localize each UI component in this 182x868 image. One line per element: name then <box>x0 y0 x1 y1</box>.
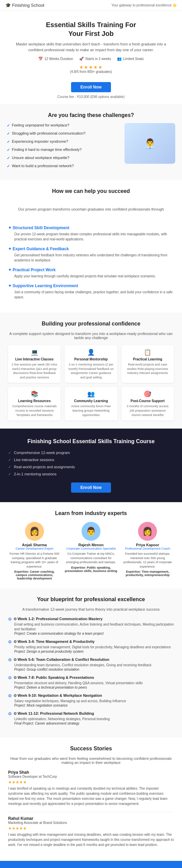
hero-badge-seats: 👥Limited Seats <box>117 57 144 61</box>
expert-expertise-priya: Expertise: Time management, productivity… <box>121 570 174 577</box>
conf-card-resources-title: Learning Resources <box>12 399 57 403</box>
blueprint-subtitle: A transformative 12-week journey that tu… <box>8 607 174 611</box>
blueprint-section: Your blueprint for professional excellen… <box>0 588 182 737</box>
experts-section: Learn from industry experts 👩 Anjali Sha… <box>0 502 182 588</box>
dark-cta-section: Finishing School Essential Skills Traini… <box>0 429 182 502</box>
blueprint-week-11-12: ⊙⊙ Week 11-12: Professional Network Buil… <box>8 711 174 725</box>
blueprint-week-desc-5: Salary negotiation techniques, Managing … <box>8 699 174 704</box>
expert-avatar-priya: 👩 <box>138 522 157 541</box>
challenges-image: 👨‍💼 <box>124 123 175 164</box>
conf-card-live-desc: 2 live sessions per week (90 mins each) … <box>12 362 57 379</box>
help-item-desc-1: Our proven 12-week program breaks down c… <box>8 232 174 242</box>
expert-expertise-anjali: Expertise: Career coaching, campus commu… <box>8 570 61 580</box>
hero-badge-start: 🚀Starts in 2 weeks <box>79 57 111 61</box>
blueprint-week-label-3: ⊙⊙ Week 5-6: Team Collaboration & Confli… <box>8 657 174 662</box>
conf-card-practical-desc: Real-world projects and case studies Rol… <box>125 362 170 375</box>
conf-card-live-title: Live Interactive Classes <box>12 357 57 361</box>
expert-role-priya: Professional Development Coach <box>121 547 174 550</box>
blueprint-week-desc-4: Presentation structure and delivery, Han… <box>8 681 174 686</box>
dark-enroll-button[interactable]: Enroll Now <box>71 482 111 493</box>
blueprint-week-5-6: ⊙⊙ Week 5-6: Team Collaboration & Confli… <box>8 657 174 671</box>
blueprint-week-3-4: ⊙⊙ Week 3-4: Time Management & Productiv… <box>8 639 174 653</box>
story-text-rahul: I was struggling with time management an… <box>8 832 174 847</box>
how-help-title: How we can help you succeed <box>8 188 174 194</box>
conf-card-resources: 📚 Learning Resources Comprehensive cours… <box>8 387 61 420</box>
help-item-desc-2: Get personalised feedback from industry … <box>8 253 174 263</box>
help-item-desc-4: Join a community of peers facing similar… <box>8 290 174 300</box>
community-icon: 👥 <box>68 390 114 398</box>
conf-card-mentorship-title: Personal Mentorship <box>68 357 114 361</box>
dark-feature-4: ✓2-in-1 mentoring sessions <box>8 472 174 476</box>
blueprint-week-label-1: ⊙⊙ Week 1-2: Professional Communication … <box>8 617 174 622</box>
expert-expertise-rajesh: Expertise: Public speaking, presentation… <box>65 566 117 573</box>
challenges-section: Are you facing these challenges? ✓Feelin… <box>0 104 182 180</box>
hero-fee: Course fee - ₹10,000 (EMI options availa… <box>14 95 168 99</box>
conf-card-community-title: Community Learning <box>68 399 114 403</box>
story-card-rahul: Rahul Kumar Marketing Associate at Brand… <box>8 816 174 847</box>
expert-avatar-rajesh: 👨 <box>82 522 100 541</box>
how-help-section: How we can help you succeed Our proven p… <box>0 180 182 313</box>
week-icon-4: ⊙ <box>8 675 12 680</box>
dark-check-4: ✓ <box>8 472 11 476</box>
mentorship-icon: 👤 <box>68 349 114 356</box>
story-name-priya: Priya Shah <box>8 770 174 775</box>
blueprint-week-desc-2: Priority setting and task management, Di… <box>8 645 174 650</box>
conf-card-community: 👥 Community Learning Active community fo… <box>65 387 117 420</box>
dark-feature-3: ✓Real-world projects and assignments <box>8 465 174 469</box>
help-item-desc-3: Apply your learning through carefully de… <box>8 274 174 279</box>
challenges-inner: ✓Feeling unprepared for workplace? ✓Stru… <box>7 123 175 172</box>
confidence-grid-row2: 📚 Learning Resources Comprehensive cours… <box>8 387 174 420</box>
challenge-item-2: ✓Struggling with professional communicat… <box>7 131 120 136</box>
blueprint-week-7-8: ⊙⊙ Week 7-8: Public Speaking & Presentat… <box>8 675 174 689</box>
blueprint-week-9-10: ⊙⊙ Week 9-10: Negotiation & Workplace Na… <box>8 693 174 707</box>
hero-badges: 📅12 Weeks Duration 🚀Starts in 2 weeks 👥L… <box>14 57 168 61</box>
hero-badge-duration: 📅12 Weeks Duration <box>38 57 73 61</box>
blueprint-week-label-6: ⊙⊙ Week 11-12: Professional Network Buil… <box>8 711 174 716</box>
challenge-item-1: ✓Feeling unprepared for workplace? <box>7 123 120 128</box>
challenges-title: Are you facing these challenges? <box>7 112 175 118</box>
hero-rating: (4.8/5 from 800+ graduates) <box>14 70 168 74</box>
expert-role-rajesh: Corporate Communication Specialist <box>65 547 117 550</box>
cta-section: Ready to transform your career? Duration… <box>0 861 182 868</box>
experts-grid: 👩 Anjali Sharma Career Development Exper… <box>8 522 174 580</box>
conf-card-postcourse: 🎯 Post-Course Support 3 months of commun… <box>121 387 174 420</box>
blueprint-week-desc-6: LinkedIn optimisation, Networking strate… <box>8 717 174 722</box>
blueprint-week-desc-3: Understanding team dynamics, Conflict re… <box>8 663 174 668</box>
story-stars-rahul: ★★★★★ <box>8 826 174 831</box>
conf-card-postcourse-desc: 3 months of community access Job prepara… <box>125 404 170 417</box>
challenge-item-6: ✓Want to build a professional network? <box>7 164 120 169</box>
stories-subtitle: Hear from our graduates who went from fe… <box>8 756 174 765</box>
help-item-4: ✦ Supportive Learning Environment Join a… <box>8 283 174 300</box>
check-icon-2: ✓ <box>7 132 10 136</box>
blueprint-week-label-4: ⊙⊙ Week 7-8: Public Speaking & Presentat… <box>8 675 174 680</box>
story-role-priya: Software Developer at TechCorp <box>8 775 174 778</box>
help-item-3: ✦ Practical Project Work Apply your lear… <box>8 268 174 279</box>
check-icon-5: ✓ <box>7 156 10 160</box>
help-item-2: ✦ Expert Guidance & Feedback Get persona… <box>8 246 174 263</box>
dark-feature-2: ✓Live interactive sessions <box>8 458 174 462</box>
experts-title: Learn from industry experts <box>8 510 174 516</box>
hero-enroll-button[interactable]: Enroll Now <box>71 82 111 92</box>
challenges-img-placeholder: 👨‍💼 <box>124 123 175 164</box>
week-icon-1: ⊙ <box>8 617 12 622</box>
hero-stars: ★★★★★ <box>14 64 168 70</box>
challenge-item-3: ✓Experiencing imposter syndrome? <box>7 139 120 144</box>
blueprint-week-label-2: ⊙⊙ Week 3-4: Time Management & Productiv… <box>8 639 174 644</box>
practical-icon: 📋 <box>125 349 170 356</box>
help-item-title-3: ✦ Practical Project Work <box>8 268 174 272</box>
week-icon-2: ⊙ <box>8 639 12 644</box>
live-classes-icon: 💻 <box>12 349 57 356</box>
expert-role-anjali: Career Development Expert <box>8 547 61 550</box>
conf-card-resources-desc: Comprehensive course materials Access to… <box>12 404 57 417</box>
story-card-priya: Priya Shah Software Developer at TechCor… <box>8 770 174 806</box>
postcourse-icon: 🎯 <box>125 390 170 398</box>
check-icon-6: ✓ <box>7 164 10 169</box>
blueprint-week-desc-1: Email writing and business communication… <box>8 622 174 632</box>
check-icon-4: ✓ <box>7 148 10 152</box>
resources-icon: 📚 <box>12 390 57 398</box>
check-icon-3: ✓ <box>7 140 10 144</box>
challenge-item-4: ✓Finding it hard to manage time effectiv… <box>7 147 120 152</box>
stories-title: Success Stories <box>8 746 174 752</box>
check-icon-1: ✓ <box>7 123 10 128</box>
blueprint-week-project-2: Project: Design a personal productivity … <box>8 650 174 653</box>
